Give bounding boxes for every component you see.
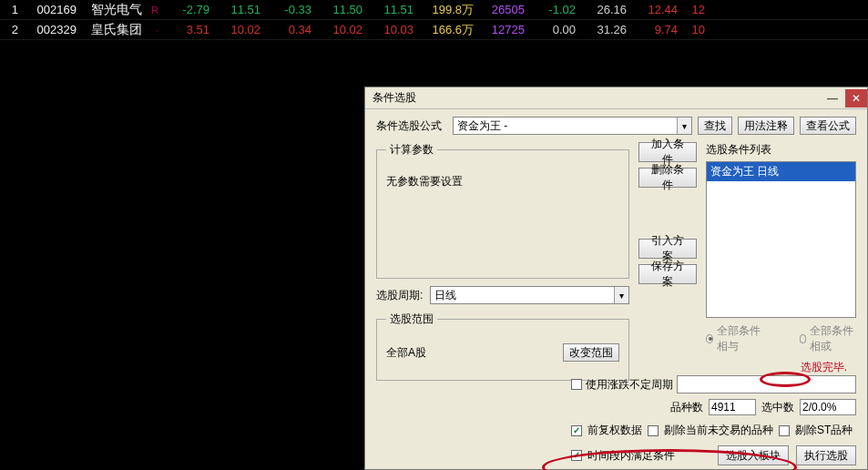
save-plan-button[interactable]: 保存方案 (638, 264, 697, 284)
cell: -1.02 (528, 3, 579, 16)
remove-nontrade-label: 剔除当前未交易的品种 (664, 423, 773, 438)
condition-stock-dialog: 条件选股 — ✕ 条件选股公式 资金为王 - ▾ 查找 用法注释 查看公式 计算… (364, 87, 868, 470)
import-plan-button[interactable]: 引入方案 (638, 239, 697, 259)
scope-group: 选股范围 全部A股 改变范围 (376, 312, 629, 381)
cell: -0.33 (264, 3, 315, 16)
cell: -2.79 (162, 3, 213, 16)
view-formula-button[interactable]: 查看公式 (800, 117, 856, 135)
cell: 10.02 (315, 23, 366, 36)
radio-and[interactable]: 全部条件相与 (706, 323, 763, 354)
turnover: 12725 (477, 23, 528, 36)
stock-table: 1 002169 智光电气 R -2.79 11.51 -0.33 11.50 … (0, 0, 868, 40)
cell: 10.02 (213, 23, 264, 36)
group-legend: 计算参数 (386, 142, 437, 158)
time-range-label: 时间段内满足条件 (587, 448, 675, 464)
stock-code: 002329 (22, 23, 80, 36)
stock-code: 002169 (22, 3, 80, 16)
use-period-label: 使用涨跌不定周期 (586, 377, 673, 393)
cell: 11.51 (366, 3, 417, 16)
mark: · (146, 25, 162, 36)
condition-list[interactable]: 资金为王 日线 (706, 161, 856, 318)
cell: 26.16 (579, 3, 630, 16)
volume: 199.8万 (417, 2, 477, 18)
fq-checkbox[interactable] (571, 425, 582, 436)
chevron-down-icon[interactable]: ▾ (677, 118, 691, 134)
time-range-checkbox[interactable] (571, 450, 582, 461)
scope-value: 全部A股 (386, 345, 426, 361)
add-condition-button[interactable]: 加入条件 (638, 142, 697, 162)
titlebar[interactable]: 条件选股 — ✕ (365, 87, 867, 109)
period-select[interactable]: 日线 ▾ (430, 286, 629, 304)
radio-icon (800, 334, 807, 343)
fq-label: 前复权数据 (587, 423, 642, 438)
remove-nontrade-checkbox[interactable] (648, 425, 659, 436)
stock-name: 智光电气 (80, 2, 146, 18)
stock-name: 皇氏集团 (80, 22, 146, 38)
list-item[interactable]: 资金为王 日线 (707, 162, 855, 181)
cell: 11.51 (213, 3, 264, 16)
cell: 31.26 (579, 23, 630, 36)
dialog-title: 条件选股 (373, 90, 822, 106)
minimize-icon[interactable]: — (822, 89, 843, 107)
formula-label: 条件选股公式 (376, 118, 447, 134)
condition-list-label: 选股条件列表 (706, 142, 856, 158)
formula-value: 资金为王 - (457, 118, 507, 134)
cell: 12.44 (630, 3, 681, 16)
delete-condition-button[interactable]: 删除条件 (638, 168, 697, 188)
mark: R (146, 5, 162, 15)
remove-st-label: 剔除ST品种 (795, 423, 853, 438)
change-scope-button[interactable]: 改变范围 (563, 343, 619, 362)
cell: 3.51 (162, 23, 213, 36)
count-sel-label: 选中数 (761, 400, 794, 415)
exec-button[interactable]: 执行选股 (796, 445, 856, 465)
status-text: 选股完毕. (706, 360, 856, 375)
cell: 12 (681, 3, 709, 16)
close-icon[interactable]: ✕ (845, 89, 867, 107)
period-label: 选股周期: (376, 288, 423, 303)
table-row[interactable]: 2 002329 皇氏集团 · 3.51 10.02 0.34 10.02 10… (0, 20, 868, 40)
turnover: 26505 (477, 3, 528, 16)
group-legend: 选股范围 (386, 312, 437, 327)
find-button[interactable]: 查找 (698, 117, 732, 135)
use-period-input[interactable] (677, 375, 856, 393)
use-period-checkbox[interactable] (571, 379, 582, 390)
table-row[interactable]: 1 002169 智光电气 R -2.79 11.51 -0.33 11.50 … (0, 0, 868, 20)
cell: 9.74 (630, 23, 681, 36)
calc-params-group: 计算参数 无参数需要设置 (376, 142, 629, 279)
no-params-text: 无参数需要设置 (386, 174, 463, 189)
count-kind-label: 品种数 (670, 400, 703, 415)
remove-st-checkbox[interactable] (779, 425, 790, 436)
count-kind-value: 4911 (709, 399, 756, 415)
count-sel-value: 2/0.0% (800, 399, 856, 415)
radio-icon (706, 334, 713, 343)
cell: 0.34 (264, 23, 315, 36)
usage-button[interactable]: 用法注释 (738, 117, 794, 135)
row-index: 1 (0, 3, 22, 16)
cell: 11.50 (315, 3, 366, 16)
row-index: 2 (0, 23, 22, 36)
volume: 166.6万 (417, 22, 477, 38)
cell: 10.03 (366, 23, 417, 36)
radio-or[interactable]: 全部条件相或 (800, 323, 857, 354)
cell: 10 (681, 23, 709, 36)
chevron-down-icon[interactable]: ▾ (614, 287, 628, 303)
cell: 0.00 (528, 23, 579, 36)
formula-select[interactable]: 资金为王 - ▾ (453, 117, 692, 135)
add-block-button[interactable]: 选股入板块 (718, 445, 789, 465)
period-value: 日线 (434, 288, 456, 303)
